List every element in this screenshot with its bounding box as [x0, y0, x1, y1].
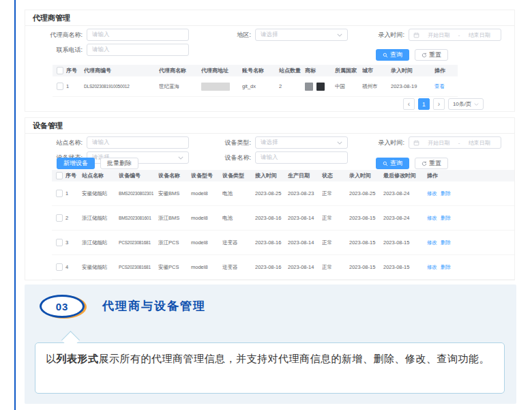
- agent-table-header-row: 序号 代理商编号 代理商名称 代理商地址 账号名称 站点数量 商标 所属国家 城…: [53, 65, 458, 76]
- batch-delete-button[interactable]: 批量删除: [100, 158, 138, 169]
- date-separator: -: [458, 140, 460, 146]
- cell-seq: 3: [65, 231, 82, 254]
- chevron-down-icon: [337, 141, 342, 145]
- cell-site: 安徽储能站: [82, 255, 119, 279]
- delete-link[interactable]: 删除: [441, 264, 451, 271]
- cell-code: PCS2023081681: [119, 255, 158, 279]
- device-search-button[interactable]: 查询: [376, 158, 409, 169]
- phone-input[interactable]: 请输入: [87, 44, 189, 56]
- end-date-placeholder: 结束日期: [462, 31, 497, 39]
- date-separator: -: [458, 32, 460, 38]
- agent-select-all-checkbox[interactable]: [57, 67, 63, 74]
- agent-search-label: 查询: [390, 50, 402, 59]
- device-select-all-checkbox[interactable]: [56, 172, 63, 179]
- cell-model: model8: [191, 255, 222, 279]
- cell-op: 修改 删除: [427, 206, 514, 230]
- site-name-placeholder: 请输入: [92, 138, 110, 147]
- device-type-placeholder: 请选择: [261, 138, 278, 147]
- device-table-row: 2 浙江储能站 BMS2023081601 浙江BMS model8 电池 20…: [52, 206, 514, 231]
- callout-text: 以列表形式展示所有的代理商管理信息，并支持对代理商信息的新增、删除、修改、查询功…: [46, 349, 494, 368]
- brand-logo-1: [305, 83, 313, 91]
- column-header: 操作: [434, 65, 458, 76]
- page-size-label: 10条/页: [453, 100, 471, 108]
- start-date-placeholder: 开始日期: [422, 139, 456, 147]
- agent-city-cell: 福州市: [362, 76, 391, 96]
- device-table-row: 3 浙江储能站 PCS2023081681 浙江PCS model8 逆变器 2…: [52, 231, 514, 255]
- device-entry-time-label: 录入时间:: [366, 138, 404, 147]
- address-redacted-block: [201, 83, 230, 91]
- device-entry-time-range[interactable]: 开始日期 - 结束日期: [409, 136, 501, 149]
- device-table-row: 1 安徽储能站 BMS20230802301 安徽BMS model8 电池 2…: [52, 181, 514, 206]
- cell-prod-date: 2023-08-23: [288, 181, 322, 205]
- column-header: 站点名称: [82, 170, 119, 181]
- agent-reset-button[interactable]: 重置: [415, 49, 448, 61]
- view-link[interactable]: 查看: [434, 83, 445, 90]
- agent-entry-time-label: 录入时间:: [366, 31, 404, 40]
- next-page-button[interactable]: ›: [433, 98, 445, 110]
- device-type-select[interactable]: 请选择: [255, 136, 348, 149]
- device-row-checkbox[interactable]: [56, 214, 63, 222]
- column-header: 接入时间: [255, 170, 288, 181]
- chevron-down-icon: [178, 156, 183, 160]
- device-row-checkbox[interactable]: [56, 190, 63, 197]
- agent-reset-label: 重置: [429, 50, 441, 59]
- column-header: 设备名称: [158, 170, 191, 181]
- cell-entry-time: 2023-08-25: [349, 181, 383, 205]
- phone-placeholder: 请输入: [92, 46, 110, 54]
- cell-type: 逆变器: [222, 255, 255, 279]
- current-page-button[interactable]: 1: [418, 98, 430, 110]
- region-placeholder: 请选择: [261, 31, 278, 39]
- cell-name: 安徽BMS: [158, 181, 191, 205]
- device-filter-row-1: 站点名称: 请输入 设备类型: 请选择 录入时间: 开始日期 - 结束日期: [25, 136, 514, 149]
- cell-seq: 1: [65, 181, 82, 205]
- column-header: 状态: [322, 170, 349, 181]
- agent-filter-row-1: 代理商名称: 请输入 地区: 请选择 录入时间: 开始日期 - 结束日期: [25, 29, 514, 41]
- delete-link[interactable]: 删除: [441, 215, 451, 222]
- cell-type: 逆变器: [222, 231, 255, 254]
- device-row-checkbox[interactable]: [56, 263, 63, 271]
- edit-link[interactable]: 修改: [427, 264, 437, 271]
- page-size-select[interactable]: 10条/页: [448, 98, 484, 110]
- delete-link[interactable]: 删除: [441, 239, 451, 246]
- cell-model: model8: [191, 206, 222, 230]
- agent-search-button[interactable]: 查询: [376, 49, 409, 61]
- summary-panel: 03 代理商与设备管理 以列表形式展示所有的代理商管理信息，并支持对代理商信息的…: [25, 284, 516, 404]
- device-row-checkbox[interactable]: [56, 239, 63, 246]
- panel-title: 代理商与设备管理: [102, 295, 206, 318]
- cell-access-time: 2023-08-16: [255, 206, 288, 230]
- agent-entry-time-range[interactable]: 开始日期 - 结束日期: [409, 29, 501, 41]
- cell-modified-time: 2023-08-15: [383, 231, 427, 254]
- edit-link[interactable]: 修改: [427, 239, 437, 246]
- cell-type: 电池: [222, 206, 255, 230]
- agent-name-input[interactable]: 请输入: [87, 29, 189, 41]
- region-select[interactable]: 请选择: [255, 29, 348, 41]
- prev-page-button[interactable]: ‹: [403, 98, 415, 110]
- column-header: 录入时间: [349, 170, 383, 181]
- cell-op: 修改 删除: [427, 231, 514, 254]
- cell-modified-time: 2023-08-15: [383, 255, 427, 279]
- refresh-icon: [422, 161, 427, 166]
- edit-link[interactable]: 修改: [427, 215, 437, 222]
- delete-link[interactable]: 删除: [441, 190, 451, 197]
- edit-link[interactable]: 修改: [427, 190, 437, 197]
- column-header: 设备类型: [222, 170, 255, 181]
- device-name-input[interactable]: 请输入: [255, 151, 348, 164]
- search-icon: [383, 161, 388, 166]
- column-header: 设备编号: [119, 170, 158, 181]
- agent-table: 序号 代理商编号 代理商名称 代理商地址 账号名称 站点数量 商标 所属国家 城…: [53, 65, 458, 97]
- agent-seq-cell: 1: [66, 76, 84, 96]
- device-reset-button[interactable]: 重置: [415, 158, 448, 169]
- region-label: 地区:: [211, 31, 251, 40]
- agent-row-checkbox[interactable]: [57, 83, 63, 90]
- cell-op: 修改 删除: [427, 255, 514, 279]
- brand-logo-2: [316, 83, 325, 91]
- column-header: 最后修改时间: [383, 170, 427, 181]
- add-device-button[interactable]: 新增设备: [57, 158, 95, 169]
- agent-address-cell: [201, 76, 242, 96]
- device-table: 序号 站点名称 设备编号 设备名称 设备型号 设备类型 接入时间 生产日期 状态…: [52, 170, 514, 280]
- site-name-input[interactable]: 请输入: [87, 136, 189, 149]
- cell-model: model8: [191, 231, 222, 254]
- cell-status: 正常: [322, 181, 349, 205]
- cell-seq: 4: [65, 255, 82, 279]
- device-management-section: 设备管理 站点名称: 请输入 设备类型: 请选择 录入时间: 开始日期 - 结束…: [25, 117, 515, 280]
